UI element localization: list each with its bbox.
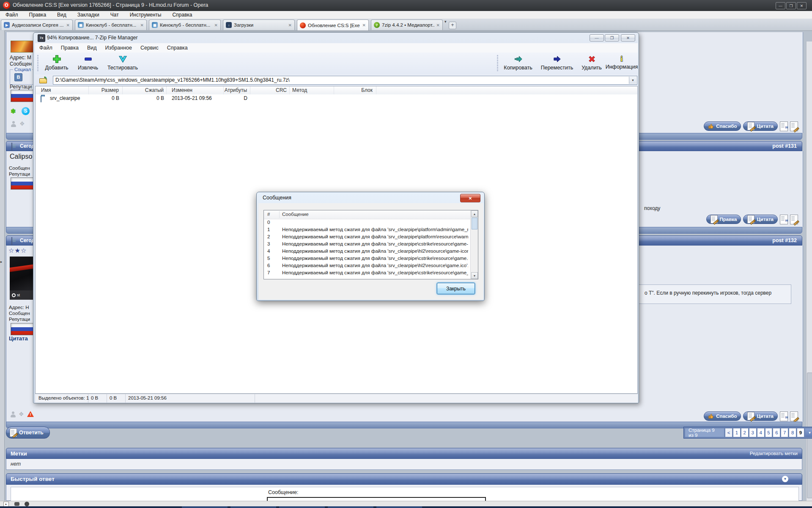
- menu-item-favorites[interactable]: Избранное: [101, 45, 136, 51]
- tab-close-icon[interactable]: ✕: [140, 23, 144, 28]
- tab-audio-recordings[interactable]: ▶ Аудиозаписи Сергея ... ✕: [1, 19, 73, 30]
- menu-item-chat[interactable]: Чат: [105, 12, 124, 18]
- user-profile-icon[interactable]: [10, 411, 16, 418]
- menu-item-bookmarks[interactable]: Закладки: [72, 12, 105, 18]
- menu-item-file[interactable]: Файл: [0, 12, 24, 18]
- column-header-block[interactable]: Блок: [334, 86, 376, 94]
- quote-button[interactable]: Цитата: [743, 215, 778, 224]
- quickedit-icon[interactable]: [790, 411, 798, 421]
- quote-link[interactable]: Цитата: [9, 335, 28, 342]
- sevenzip-titlebar[interactable]: 7z 94% Копирование... 7-Zip File Manager…: [33, 33, 639, 43]
- column-header-message[interactable]: Сообщение: [282, 212, 309, 217]
- tab-downloads[interactable]: ↓ Загрузки ✕: [223, 19, 295, 30]
- message-row[interactable]: 2Неподдерживаемый метод сжатия для файла…: [264, 233, 470, 240]
- extract-button[interactable]: Извлечь: [75, 54, 101, 71]
- post-132-number[interactable]: post #132: [772, 237, 797, 243]
- quick-reply-collapse-icon[interactable]: ▼: [782, 476, 788, 482]
- panel-icon[interactable]: [14, 502, 19, 506]
- message-row[interactable]: 0: [264, 219, 470, 226]
- tab-overflow-icon[interactable]: ▾: [444, 19, 447, 24]
- edit-button[interactable]: Правка: [706, 215, 741, 224]
- pagination-page-9-current[interactable]: 9: [797, 428, 804, 437]
- menu-item-tools[interactable]: Инструменты: [124, 12, 167, 18]
- pagination-page-1[interactable]: 1: [733, 428, 740, 437]
- scrollbar-thumb[interactable]: [472, 218, 477, 229]
- pagination-page-5[interactable]: 5: [765, 428, 772, 437]
- tags-edit-link[interactable]: Редактировать метки: [750, 451, 798, 456]
- menu-item-edit[interactable]: Правка: [24, 12, 52, 18]
- column-header-number[interactable]: #: [267, 212, 270, 217]
- pagination-prev-button[interactable]: <: [725, 428, 732, 437]
- list-scrollbar[interactable]: ▲ ▼: [470, 210, 478, 279]
- username[interactable]: Calipso: [10, 153, 32, 160]
- hands-icon[interactable]: ❖: [19, 411, 24, 417]
- toolbar-grip[interactable]: [497, 55, 498, 72]
- multiquote-icon[interactable]: [780, 215, 788, 224]
- tab-close-icon[interactable]: ✕: [288, 23, 292, 28]
- menu-item-view[interactable]: Вид: [52, 12, 72, 18]
- pagination-page-3[interactable]: 3: [749, 428, 756, 437]
- messages-dialog[interactable]: Сообщения ✕ # Сообщение 0 1Неподдерживае…: [256, 192, 485, 301]
- post-131-number[interactable]: post #131: [772, 143, 797, 149]
- close-dialog-button[interactable]: Закрыть: [437, 283, 475, 294]
- folder-up-button[interactable]: ↰: [39, 77, 49, 83]
- delete-button[interactable]: Удалить: [578, 54, 605, 71]
- scroll-down-icon[interactable]: ▼: [471, 272, 478, 279]
- messages-list[interactable]: # Сообщение 0 1Неподдерживаемый метод сж…: [263, 210, 478, 279]
- taskbar-item[interactable]: [182, 506, 228, 508]
- menu-item-help[interactable]: Справка: [167, 12, 198, 18]
- sevenzip-close-button[interactable]: ✕: [621, 34, 635, 41]
- toolbar-grip[interactable]: [37, 55, 38, 72]
- tab-close-icon[interactable]: ✕: [362, 23, 366, 28]
- multiquote-icon[interactable]: [780, 411, 788, 421]
- quickedit-icon[interactable]: [790, 215, 798, 224]
- pagination-page-8[interactable]: 8: [789, 428, 796, 437]
- move-button[interactable]: Переместить: [538, 54, 576, 71]
- icq-flower-icon[interactable]: ✽: [11, 108, 16, 115]
- menu-item-service[interactable]: Сервис: [136, 45, 163, 51]
- skype-icon[interactable]: S: [22, 107, 30, 115]
- message-row[interactable]: 3Неподдерживаемый метод сжатия для файла…: [264, 240, 470, 248]
- quickedit-icon[interactable]: [790, 121, 798, 131]
- reply-button[interactable]: Ответить: [6, 427, 50, 439]
- menu-item-file[interactable]: Файл: [35, 45, 57, 51]
- thanks-button[interactable]: Спасибо: [704, 411, 741, 421]
- panel-icon[interactable]: [25, 502, 29, 506]
- multiquote-icon[interactable]: [780, 121, 788, 131]
- copy-button[interactable]: Копировать: [500, 54, 536, 71]
- quote-button[interactable]: Цитата: [743, 411, 778, 421]
- column-header-crc[interactable]: CRC: [250, 86, 290, 94]
- splitter-arrow-icon[interactable]: ▸: [0, 260, 2, 264]
- column-header-method[interactable]: Метод: [290, 86, 334, 94]
- message-row[interactable]: 6Неподдерживаемый метод сжатия для файла…: [264, 262, 470, 269]
- message-row[interactable]: 5Неподдерживаемый метод сжатия для файла…: [264, 255, 470, 262]
- tab-close-icon[interactable]: ✕: [66, 23, 70, 28]
- dialog-titlebar[interactable]: Сообщения ✕: [257, 192, 484, 203]
- taskbar-item[interactable]: [279, 506, 325, 508]
- opera-minimize-button[interactable]: —: [776, 2, 785, 9]
- taskbar-item[interactable]: [376, 506, 422, 508]
- new-tab-button[interactable]: +: [449, 22, 456, 29]
- info-button[interactable]: i Информация: [607, 54, 636, 70]
- sevenzip-minimize-button[interactable]: —: [590, 34, 604, 41]
- hands-icon[interactable]: ❖: [19, 120, 25, 127]
- taskbar-item[interactable]: [328, 506, 373, 508]
- user-profile-icon[interactable]: [11, 121, 16, 127]
- column-header-size[interactable]: Размер: [89, 86, 123, 94]
- tab-close-icon[interactable]: ✕: [436, 23, 440, 28]
- quote-button[interactable]: Цитата: [743, 121, 778, 131]
- opera-maximize-button[interactable]: ❐: [786, 2, 796, 9]
- pagination-page-7[interactable]: 7: [781, 428, 788, 437]
- message-row[interactable]: 7Неподдерживаемый метод сжатия для файла…: [264, 269, 470, 276]
- file-row[interactable]: srv_clearpipe 0 B 0 B 2013-05-21 09:56 D: [36, 94, 637, 102]
- tab-close-icon[interactable]: ✕: [214, 23, 218, 28]
- message-row[interactable]: 4Неподдерживаемый метод сжатия для файла…: [264, 248, 470, 255]
- thanks-button[interactable]: Спасибо: [704, 121, 741, 131]
- tab-kinoklub-2[interactable]: ▦ Киноклуб - бесплатн... ✕: [149, 19, 221, 30]
- pagination-dropdown-button[interactable]: ▼: [805, 428, 812, 437]
- taskbar-sliver[interactable]: [0, 506, 812, 508]
- column-header-modified[interactable]: Изменен: [167, 86, 224, 94]
- scroll-up-icon[interactable]: ▲: [471, 210, 478, 217]
- tab-css-update-active[interactable]: Обновление CS:S [Exe ... ✕: [297, 19, 369, 30]
- pagination-page-4[interactable]: 4: [757, 428, 764, 437]
